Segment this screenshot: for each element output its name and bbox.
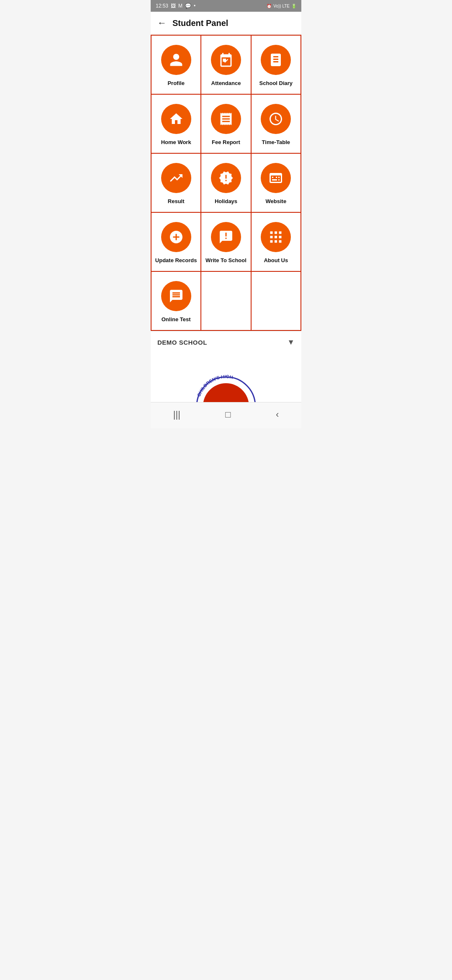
nav-menu-button[interactable]: ||| [165, 407, 189, 422]
logo-svg: CHILDREN'S HIGH [193, 369, 259, 402]
online-test-label: Online Test [162, 316, 191, 322]
grid-item-result[interactable]: Result [152, 154, 201, 213]
logo-area: CHILDREN'S HIGH [151, 352, 301, 402]
about-us-icon-circle [261, 222, 291, 252]
grid-item-about-us[interactable]: About Us [252, 213, 301, 272]
grid-item-fee-report[interactable]: Fee Report [201, 95, 251, 154]
write-to-school-label: Write To School [205, 257, 247, 263]
time-table-icon-circle [261, 104, 291, 134]
profile-icon-circle [161, 45, 191, 75]
trend-up-icon [169, 170, 184, 186]
about-us-label: About Us [264, 257, 288, 263]
school-name-text: DEMO SCHOOL [157, 339, 207, 346]
chat-alert-icon [218, 230, 234, 245]
grid-item-online-test[interactable]: Online Test [152, 272, 201, 331]
dropdown-arrow-icon[interactable]: ▼ [287, 338, 295, 347]
chat-bubble-icon [169, 289, 184, 304]
signal-text: Vo)) LTE [273, 4, 290, 8]
nav-bar: ||| □ ‹ [151, 402, 301, 428]
holidays-label: Holidays [215, 198, 237, 204]
back-button[interactable]: ← [157, 18, 167, 28]
website-label: Website [266, 198, 287, 204]
time-table-label: Time-Table [262, 139, 290, 145]
message-icon: 💬 [185, 3, 191, 9]
update-records-icon-circle [161, 222, 191, 252]
grid-item-time-table[interactable]: Time-Table [252, 95, 301, 154]
nav-home-button[interactable]: □ [217, 407, 239, 422]
grid-item-write-to-school[interactable]: Write To School [201, 213, 251, 272]
attendance-icon-circle [211, 45, 241, 75]
status-right: ⏰ Vo)) LTE 🔋 [267, 4, 296, 8]
grid-item-home-work[interactable]: Home Work [152, 95, 201, 154]
receipt-icon [218, 111, 234, 126]
gmail-icon: M [178, 3, 182, 9]
dot-icon: • [194, 3, 195, 9]
grid-empty-1 [201, 272, 251, 331]
grid-item-profile[interactable]: Profile [152, 36, 201, 95]
nav-back-button[interactable]: ‹ [267, 407, 287, 422]
result-icon-circle [161, 163, 191, 193]
grid-item-update-records[interactable]: Update Records [152, 213, 201, 272]
menu-grid: Profile Attendance School Diary Home Wor… [151, 35, 301, 331]
school-selector[interactable]: DEMO SCHOOL ▼ [151, 331, 301, 352]
school-logo: CHILDREN'S HIGH [193, 369, 259, 402]
photo-icon: 🖼 [171, 3, 176, 9]
write-to-school-icon-circle [211, 222, 241, 252]
update-records-label: Update Records [155, 257, 197, 263]
fee-report-label: Fee Report [212, 139, 240, 145]
status-bar: 12:53 🖼 M 💬 • ⏰ Vo)) LTE 🔋 [151, 0, 301, 12]
fee-report-icon-circle [211, 104, 241, 134]
grid-item-school-diary[interactable]: School Diary [252, 36, 301, 95]
header: ← Student Panel [151, 12, 301, 35]
person-icon [169, 52, 184, 67]
page-title: Student Panel [172, 18, 228, 28]
online-test-icon-circle [161, 281, 191, 311]
grid-item-holidays[interactable]: Holidays [201, 154, 251, 213]
grid-empty-2 [252, 272, 301, 331]
battery-icon: 🔋 [291, 4, 296, 8]
attendance-label: Attendance [211, 80, 241, 86]
home-work-icon-circle [161, 104, 191, 134]
profile-label: Profile [167, 80, 184, 86]
result-label: Result [168, 198, 185, 204]
home-work-label: Home Work [161, 139, 191, 145]
home-icon [169, 111, 184, 126]
holidays-icon-circle [211, 163, 241, 193]
book-icon [268, 52, 283, 67]
grid-item-website[interactable]: Website [252, 154, 301, 213]
clock-icon [268, 111, 283, 126]
alarm-icon: ⏰ [267, 4, 272, 8]
grid-item-attendance[interactable]: Attendance [201, 36, 251, 95]
umbrella-icon [218, 170, 234, 186]
school-diary-icon-circle [261, 45, 291, 75]
status-time: 12:53 [156, 3, 168, 9]
grid-icon [268, 230, 283, 245]
plus-circle-icon [169, 230, 184, 245]
browser-icon [268, 170, 283, 186]
website-icon-circle [261, 163, 291, 193]
school-diary-label: School Diary [259, 80, 293, 86]
calendar-check-icon [218, 52, 234, 67]
status-left: 12:53 🖼 M 💬 • [156, 3, 195, 9]
